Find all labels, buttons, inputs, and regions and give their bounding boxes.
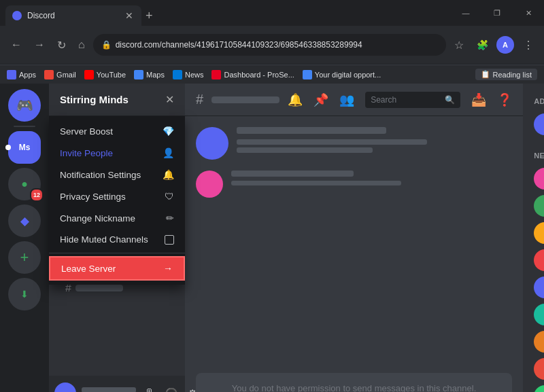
members-sidebar: ADMINS — 1 NEW JOINEE — 754 [523, 84, 544, 392]
address-text: discord.com/channels/419617105844109323/… [116, 40, 438, 50]
message-bar-1b [237, 139, 427, 145]
admin-avatar-1 [534, 113, 544, 135]
menu-server-boost[interactable]: Server Boost 💎 [49, 120, 185, 142]
news-favicon [173, 70, 182, 79]
user-info [82, 387, 136, 392]
back-button[interactable]: ← [7, 36, 26, 54]
member-7[interactable] [528, 328, 544, 355]
member-2[interactable] [528, 192, 544, 219]
message-2 [196, 171, 512, 198]
server-2[interactable]: ● [8, 168, 41, 200]
server-name: Stirring Minds [60, 94, 129, 105]
member-4[interactable] [528, 247, 544, 274]
chat-input[interactable]: You do not have permission to send messa… [196, 373, 512, 392]
server-ms[interactable]: Ms [8, 131, 41, 164]
server-list: 🎮 Ms ● ◆ + ⬇ [0, 84, 49, 392]
bookmark-youtube-label: YouTube [97, 71, 126, 79]
add-server-button[interactable]: + [8, 241, 41, 274]
inbox-icon[interactable]: 📥 [471, 92, 486, 107]
menu-invite-people[interactable]: Invite People 👤 [49, 142, 185, 164]
member-1[interactable] [528, 165, 544, 192]
digital-favicon [303, 70, 312, 79]
mute-button[interactable]: 🎙 [141, 385, 158, 393]
message-bar-1c [237, 147, 373, 153]
footer-actions: 🎙 🎧 ⚙ [141, 385, 200, 393]
gen-name-3 [75, 285, 123, 291]
bookmark-digital[interactable]: Your digital opport... [303, 70, 381, 79]
home-button[interactable]: 🎮 [8, 89, 41, 122]
menu-hide-muted-channels[interactable]: Hide Muted Channels [49, 229, 185, 250]
member-8[interactable] [528, 355, 544, 382]
star-button[interactable]: ☆ [450, 36, 468, 54]
apps-favicon [7, 70, 16, 79]
more-button[interactable]: ⋮ [520, 36, 537, 54]
leave-server-label: Leave Server [61, 264, 116, 274]
server-ms-label: Ms [19, 143, 31, 152]
minimize-button[interactable]: — [450, 0, 481, 26]
member-6[interactable] [528, 301, 544, 328]
bookmark-gmail[interactable]: Gmail [44, 70, 76, 79]
member-avatar-3 [534, 222, 544, 244]
notification-dot [5, 145, 11, 150]
bookmark-maps[interactable]: Maps [134, 70, 165, 79]
bookmark-news-label: News [185, 71, 204, 79]
change-nickname-icon: ✏ [166, 213, 174, 224]
deafen-button[interactable]: 🎧 [162, 385, 181, 393]
member-5[interactable] [528, 274, 544, 301]
close-server-menu-icon[interactable]: ✕ [165, 93, 174, 106]
bookmark-apps[interactable]: Apps [7, 70, 36, 79]
member-avatar-1 [534, 168, 544, 190]
chat-channel-hash: # [196, 92, 203, 107]
newjoinee-category-label: NEW JOINEE — 754 [528, 149, 544, 162]
main-chat: # 🔔 📌 👥 Search 🔍 📥 ❓ [185, 84, 523, 392]
menu-change-nickname[interactable]: Change Nickname ✏ [49, 207, 185, 229]
explore-servers-button[interactable]: ⬇ [8, 278, 41, 310]
bookmark-dashboard[interactable]: Dashboard - ProSe... [211, 70, 294, 79]
pin-icon[interactable]: 📌 [313, 92, 328, 107]
help-icon[interactable]: ❓ [497, 92, 512, 107]
message-content-2 [231, 171, 512, 198]
youtube-favicon [84, 70, 94, 79]
message-bar-2b [231, 181, 401, 185]
bookmark-dashboard-label: Dashboard - ProSe... [224, 71, 294, 79]
menu-privacy-settings[interactable]: Privacy Settings 🛡 [49, 185, 185, 207]
bookmark-digital-label: Your digital opport... [315, 71, 381, 79]
no-permissions-text: You do not have permission to send messa… [204, 383, 504, 393]
notification-icon[interactable]: 🔔 [288, 92, 303, 107]
member-avatar-4 [534, 249, 544, 271]
home-button[interactable]: ⌂ [74, 36, 89, 54]
reload-button[interactable]: ↻ [53, 36, 70, 54]
admin-member-1[interactable] [528, 111, 544, 138]
bookmark-youtube[interactable]: YouTube [84, 70, 126, 79]
settings-button[interactable]: ⚙ [185, 385, 200, 393]
menu-leave-server[interactable]: Leave Server → [49, 256, 185, 281]
member-avatar-7 [534, 331, 544, 353]
members-icon[interactable]: 👥 [339, 92, 354, 107]
bookmarks-bar: Apps Gmail YouTube Maps News Dashboard -… [0, 65, 544, 84]
maximize-button[interactable]: ❐ [481, 0, 513, 26]
active-tab[interactable]: Discord ✕ [5, 5, 141, 26]
sidebar-footer: 🎙 🎧 ⚙ [49, 376, 185, 392]
profile-button[interactable]: A [496, 36, 514, 54]
reading-list-icon: 📋 [481, 70, 490, 79]
navigation-bar: ← → ↻ ⌂ 🔒 discord.com/channels/419617105… [0, 26, 544, 65]
member-9[interactable] [528, 382, 544, 392]
leave-server-icon: → [163, 263, 173, 274]
reading-list-button[interactable]: 📋 Reading list [475, 69, 537, 80]
message-avatar-2 [196, 171, 223, 198]
menu-notification-settings[interactable]: Notification Settings 🔔 [49, 164, 185, 185]
server-header[interactable]: Stirring Minds ✕ [49, 84, 185, 116]
newjoinee-section: NEW JOINEE — 754 [528, 149, 544, 392]
bookmark-news[interactable]: News [173, 70, 204, 79]
server-3[interactable]: ◆ [8, 204, 41, 237]
address-bar[interactable]: 🔒 discord.com/channels/41961710584410932… [93, 34, 446, 56]
hide-muted-icon [165, 235, 174, 245]
search-bar[interactable]: Search 🔍 [365, 92, 460, 108]
member-avatar-2 [534, 195, 544, 217]
member-3[interactable] [528, 219, 544, 247]
new-tab-button[interactable]: + [146, 9, 153, 23]
extension-button[interactable]: 🧩 [473, 36, 491, 54]
close-button[interactable]: ✕ [513, 0, 544, 26]
forward-button[interactable]: → [30, 36, 49, 54]
tab-close-button[interactable]: ✕ [124, 9, 135, 22]
